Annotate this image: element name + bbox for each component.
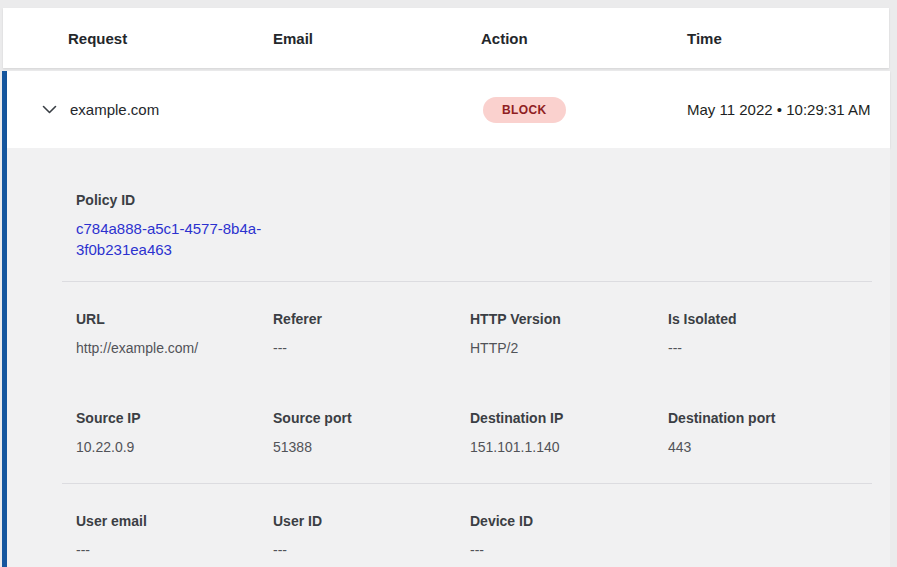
device-id-label: Device ID (470, 512, 668, 530)
user-id-field: User ID --- (273, 512, 470, 559)
referer-label: Referer (273, 310, 470, 328)
policy-id-label: Policy ID (76, 191, 890, 209)
user-id-value: --- (273, 541, 470, 559)
user-id-label: User ID (273, 512, 470, 530)
source-ip-label: Source IP (76, 409, 273, 427)
referer-value: --- (273, 339, 470, 357)
url-label: URL (76, 310, 273, 328)
policy-id-link[interactable]: c784a888-a5c1-4577-8b4a-3f0b231ea463 (76, 218, 274, 260)
action-cell: BLOCK (481, 97, 687, 123)
device-id-field: Device ID --- (470, 512, 668, 559)
log-record: example.com BLOCK May 11 2022 • 10:29:31… (2, 71, 890, 567)
user-email-field: User email --- (76, 512, 273, 559)
user-fields-row: User email --- User ID --- Device ID --- (76, 512, 890, 559)
destination-ip-value: 151.101.1.140 (470, 438, 668, 456)
referer-field: Referer --- (273, 310, 470, 357)
collapse-row-button[interactable] (42, 98, 66, 122)
is-isolated-value: --- (668, 339, 890, 357)
network-fields-row: Source IP 10.22.0.9 Source port 51388 De… (76, 409, 890, 456)
column-header-request: Request (68, 30, 273, 47)
http-version-field: HTTP Version HTTP/2 (470, 310, 668, 357)
chevron-down-icon (42, 105, 57, 114)
destination-port-label: Destination port (668, 409, 890, 427)
column-header-email: Email (273, 30, 481, 47)
table-header: Request Email Action Time (3, 8, 889, 68)
table-row[interactable]: example.com BLOCK May 11 2022 • 10:29:31… (7, 71, 890, 148)
is-isolated-field: Is Isolated --- (668, 310, 890, 357)
time-cell: May 11 2022 • 10:29:31 AM (687, 98, 877, 122)
http-version-label: HTTP Version (470, 310, 668, 328)
log-details-panel: Policy ID c784a888-a5c1-4577-8b4a-3f0b23… (7, 148, 890, 567)
user-email-value: --- (76, 541, 273, 559)
destination-ip-field: Destination IP 151.101.1.140 (470, 409, 668, 456)
source-port-value: 51388 (273, 438, 470, 456)
divider (62, 281, 872, 282)
user-email-label: User email (76, 512, 273, 530)
is-isolated-label: Is Isolated (668, 310, 890, 328)
http-version-value: HTTP/2 (470, 339, 668, 357)
destination-port-value: 443 (668, 438, 890, 456)
device-id-value: --- (470, 541, 668, 559)
block-status-badge: BLOCK (483, 97, 566, 123)
policy-id-field: Policy ID c784a888-a5c1-4577-8b4a-3f0b23… (76, 191, 890, 260)
divider (62, 483, 872, 484)
source-ip-field: Source IP 10.22.0.9 (76, 409, 273, 456)
source-port-label: Source port (273, 409, 470, 427)
destination-ip-label: Destination IP (470, 409, 668, 427)
source-ip-value: 10.22.0.9 (76, 438, 273, 456)
url-field: URL http://example.com/ (76, 310, 273, 357)
url-value: http://example.com/ (76, 339, 273, 357)
request-cell: example.com (70, 101, 273, 118)
source-port-field: Source port 51388 (273, 409, 470, 456)
empty-cell (668, 512, 890, 559)
http-fields-row: URL http://example.com/ Referer --- HTTP… (76, 310, 890, 357)
column-header-action: Action (481, 30, 687, 47)
column-header-time: Time (687, 30, 889, 47)
destination-port-field: Destination port 443 (668, 409, 890, 456)
